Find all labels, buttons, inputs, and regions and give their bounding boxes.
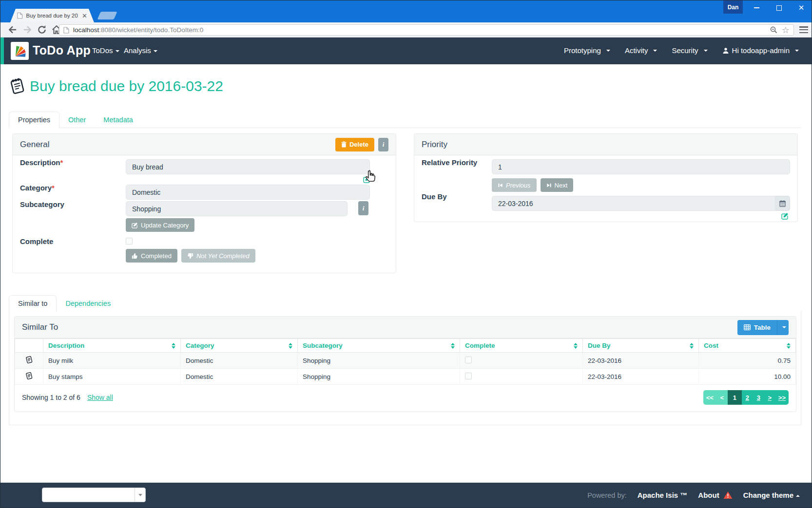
row-complete-checkbox[interactable] bbox=[465, 373, 472, 379]
browser-profile-badge[interactable]: Dan bbox=[723, 0, 743, 14]
due-by-field[interactable]: 22-03-2016 bbox=[492, 196, 775, 211]
bookmark-star-icon[interactable]: ☆ bbox=[782, 26, 790, 35]
due-by-edit-icon[interactable] bbox=[781, 212, 789, 222]
general-panel-title: General bbox=[20, 140, 49, 150]
next-button[interactable]: Next bbox=[541, 178, 574, 192]
page-icon bbox=[63, 27, 69, 34]
column-due-by[interactable]: Due By bbox=[583, 339, 699, 353]
category-field[interactable]: Domestic bbox=[126, 185, 370, 200]
column-subcategory[interactable]: Subcategory bbox=[298, 339, 460, 353]
sort-icon[interactable] bbox=[451, 343, 455, 349]
menu-user[interactable]: Hi todoapp-admin bbox=[722, 46, 799, 55]
table-row[interactable]: Buy stamps Domestic Shopping 22-03-2016 … bbox=[15, 369, 796, 385]
chevron-down-icon bbox=[154, 50, 157, 52]
change-theme-link[interactable]: Change theme bbox=[743, 491, 800, 499]
chevron-down-icon bbox=[704, 50, 708, 52]
browser-toolbar: localhost:8080/wicket/entity/todo.ToDoIt… bbox=[0, 22, 812, 38]
table-row[interactable]: Buy milk Domestic Shopping 22-03-2016 0.… bbox=[15, 353, 796, 369]
not-yet-completed-button[interactable]: Not Yet Completed bbox=[181, 249, 255, 263]
table-view-dropdown[interactable] bbox=[777, 320, 789, 335]
url-bar[interactable]: localhost:8080/wicket/entity/todo.ToDoIt… bbox=[59, 24, 794, 36]
subcategory-more-button[interactable]: i bbox=[358, 201, 368, 215]
forward-icon[interactable] bbox=[22, 24, 33, 35]
apache-isis-link[interactable]: Apache Isis ™ bbox=[638, 491, 688, 499]
menu-security[interactable]: Security bbox=[672, 46, 707, 55]
previous-button[interactable]: Previous bbox=[492, 178, 537, 192]
sort-icon[interactable] bbox=[787, 343, 791, 349]
show-all-link[interactable]: Show all bbox=[87, 394, 113, 401]
warning-icon bbox=[723, 491, 733, 499]
chevron-down-icon bbox=[795, 50, 799, 52]
table-view-button[interactable]: Table bbox=[737, 320, 789, 335]
browser-window: Buy bread due by 2016-03-22 ✕ Dan ✕ loca… bbox=[0, 0, 812, 508]
page-last[interactable]: >> bbox=[775, 390, 789, 405]
app-logo[interactable] bbox=[11, 42, 29, 60]
page-prev[interactable]: < bbox=[716, 390, 728, 405]
calendar-addon[interactable] bbox=[775, 196, 790, 211]
navbar-accent-stripe bbox=[0, 38, 4, 64]
sort-icon[interactable] bbox=[172, 343, 175, 349]
sort-icon[interactable] bbox=[574, 343, 578, 349]
new-tab-button[interactable] bbox=[97, 12, 117, 19]
complete-label: Complete bbox=[20, 237, 53, 245]
cell-description[interactable]: Buy stamps bbox=[43, 369, 181, 385]
browser-menu-icon[interactable] bbox=[799, 26, 808, 35]
page-next[interactable]: > bbox=[764, 390, 775, 405]
similar-to-header: Similar To Table bbox=[15, 317, 796, 339]
column-complete[interactable]: Complete bbox=[460, 339, 583, 353]
relative-priority-field[interactable]: 1 bbox=[492, 159, 790, 174]
pagination: << < 1 2 3 > >> bbox=[703, 390, 789, 405]
page-1[interactable]: 1 bbox=[728, 390, 742, 405]
tab-title: Buy bread due by 2016-03-22 bbox=[26, 13, 79, 19]
mouse-cursor bbox=[364, 169, 377, 186]
completed-button[interactable]: Completed bbox=[126, 249, 177, 263]
row-complete-checkbox[interactable] bbox=[465, 357, 472, 363]
tab-other[interactable]: Other bbox=[59, 112, 95, 128]
app-brand[interactable]: ToDo App bbox=[33, 43, 91, 57]
reload-icon[interactable] bbox=[37, 24, 47, 35]
page-first[interactable]: << bbox=[703, 390, 716, 405]
footer-select[interactable] bbox=[42, 488, 146, 502]
user-icon bbox=[722, 47, 729, 54]
update-category-button[interactable]: Update Category bbox=[126, 218, 194, 232]
column-description[interactable]: Description bbox=[43, 339, 181, 353]
menu-prototyping[interactable]: Prototyping bbox=[564, 46, 610, 55]
due-by-label: Due By bbox=[422, 192, 447, 201]
page-2[interactable]: 2 bbox=[742, 390, 753, 405]
select-dropdown-icon[interactable] bbox=[135, 488, 145, 502]
general-more-button[interactable]: i bbox=[378, 138, 388, 151]
page-3[interactable]: 3 bbox=[753, 390, 764, 405]
tab-metadata[interactable]: Metadata bbox=[95, 112, 141, 128]
tab-close-icon[interactable]: ✕ bbox=[82, 13, 87, 19]
sort-icon[interactable] bbox=[289, 343, 292, 349]
back-icon[interactable] bbox=[7, 24, 18, 35]
powered-by-label: Powered by: bbox=[587, 491, 627, 499]
browser-tab[interactable]: Buy bread due by 2016-03-22 ✕ bbox=[10, 9, 94, 22]
menu-analysis[interactable]: Analysis bbox=[124, 46, 157, 55]
chevron-down-icon bbox=[606, 50, 610, 52]
window-close-button[interactable]: ✕ bbox=[793, 0, 810, 15]
tab-properties[interactable]: Properties bbox=[9, 112, 59, 128]
url-text: localhost:8080/wicket/entity/todo.ToDoIt… bbox=[73, 26, 766, 34]
window-maximize-button[interactable] bbox=[771, 0, 787, 15]
description-field[interactable]: Buy bread bbox=[126, 159, 370, 174]
delete-button[interactable]: Delete bbox=[335, 138, 374, 151]
column-category[interactable]: Category bbox=[181, 339, 298, 353]
fan-logo-icon bbox=[13, 44, 27, 58]
window-minimize-button[interactable] bbox=[748, 0, 765, 15]
tab-dependencies[interactable]: Dependencies bbox=[57, 296, 119, 311]
step-backward-icon bbox=[498, 183, 503, 188]
column-cost[interactable]: Cost bbox=[699, 339, 796, 353]
subcategory-field[interactable]: Shopping bbox=[126, 201, 348, 216]
zoom-out-icon[interactable] bbox=[770, 26, 778, 34]
menu-todos[interactable]: ToDos bbox=[92, 46, 119, 55]
menu-activity[interactable]: Activity bbox=[625, 46, 657, 55]
thumbs-down-icon bbox=[187, 253, 193, 259]
tab-similar-to[interactable]: Similar to bbox=[9, 295, 57, 312]
cell-due-by: 22-03-2016 bbox=[583, 369, 699, 385]
cell-subcategory: Shopping bbox=[298, 369, 460, 385]
cell-description[interactable]: Buy milk bbox=[43, 353, 181, 369]
about-link[interactable]: About bbox=[698, 491, 732, 499]
complete-checkbox[interactable] bbox=[126, 238, 133, 245]
sort-icon[interactable] bbox=[690, 343, 694, 349]
